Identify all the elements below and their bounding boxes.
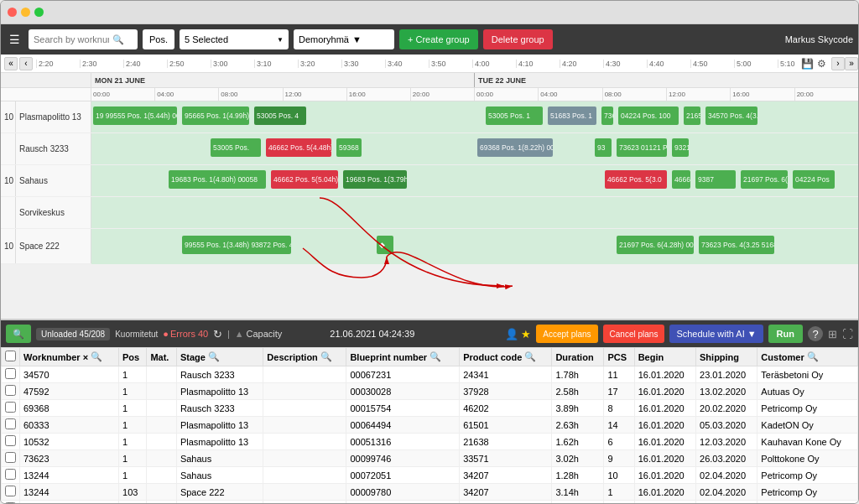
grid-icon[interactable]: ⊞ [828, 328, 837, 340]
cell-duration: 3.02h [552, 450, 604, 467]
refresh-icon[interactable]: ↻ [213, 328, 222, 340]
task-bar[interactable]: 73623 01121 Pos. 1(4.44h) 000 [617, 138, 667, 157]
schedule-ai-button[interactable]: Schedule with AI ▼ [669, 325, 763, 343]
cell-mat [147, 434, 176, 450]
cell-stage: Sahaus [176, 450, 263, 467]
th-stage: Stage🔍 [176, 348, 263, 366]
task-bar[interactable]: 46662 Pos. 5(5.04h) 000111 [271, 170, 338, 189]
bottom-toolbar: 🔍 Unloaded 45/208 Kuormitetut ● Errors 4… [1, 320, 858, 347]
task-bar[interactable]: 93211 [672, 138, 689, 157]
task-bar[interactable]: 93 [595, 138, 612, 157]
settings-icon[interactable]: ⚙ [817, 58, 826, 70]
th-blueprint: Blueprint number🔍 [346, 348, 460, 366]
row-checkbox[interactable] [2, 366, 20, 383]
th-product: Product code🔍 [460, 348, 552, 366]
cell-worknumber: 47592 [20, 383, 119, 400]
task-bar[interactable]: 99555 Pos. 1(3.48h) 93872 Pos. 4(4.66h) … [182, 236, 291, 254]
nav-left-icon[interactable]: ‹ [19, 57, 33, 70]
hamburger-menu-icon[interactable]: ☰ [6, 29, 23, 49]
cancel-plans-button[interactable]: Cancel plans [603, 325, 665, 343]
task-bar[interactable]: 95665 Pos. 1(4.99h) 000587 [182, 107, 249, 125]
delete-group-button[interactable]: Delete group [483, 29, 553, 49]
cell-blueprint: 00030028 [346, 383, 460, 400]
search-input[interactable] [34, 34, 109, 44]
cell-pcs: 17 [604, 383, 634, 400]
task-bar[interactable]: 736 [601, 107, 613, 125]
task-bar[interactable]: 51683 Pos. 1 [548, 107, 596, 125]
row-checkbox[interactable] [2, 484, 20, 501]
th-begin: Begin [634, 348, 695, 366]
accept-plans-button[interactable]: Accept plans [536, 325, 597, 343]
cell-stage: Rausch 3233 [176, 400, 263, 417]
task-bar[interactable]: 59368 [336, 138, 362, 157]
nav-right-double-icon[interactable]: » [845, 57, 858, 70]
nav-right-icon[interactable]: › [831, 57, 845, 70]
demogroup-dropdown[interactable]: Demoryhmä ▼ [294, 29, 394, 49]
search-icon[interactable]: 🔍 [208, 351, 220, 362]
cell-stage: Plasmapolitto 13 [176, 417, 263, 434]
close-button[interactable] [8, 8, 17, 17]
task-bar[interactable]: 46662 Pos. 5(3.0 [605, 170, 667, 189]
gantt-row-space222: 10 Space 222 99555 Pos. 1(3.48h) 93872 P… [1, 229, 858, 264]
timeline-header: « ‹ 2:20 2:30 2:40 2:50 3:00 3:10 3:20 3… [1, 55, 858, 73]
minimize-button[interactable] [21, 8, 30, 17]
cell-description [263, 366, 346, 383]
cell-customer: Petricomp Oy [757, 484, 858, 501]
cell-shipping: 26.03.2020 [696, 450, 757, 467]
task-bar[interactable]: 04224 Pos [793, 170, 835, 189]
task-bar[interactable]: 46662 Pos. 5(4.48h) 000 [266, 138, 331, 157]
run-button[interactable]: Run [768, 325, 803, 343]
task-bar[interactable]: 04224 Pos. 100 [618, 107, 679, 125]
task-bar[interactable]: 53005 Pos. [211, 138, 261, 157]
dropdown-arrow-icon: ▼ [277, 36, 284, 44]
maximize-button[interactable] [34, 8, 44, 17]
task-bar[interactable]: 69368 Pos. 1(8.22h) 00015754 [477, 138, 553, 157]
search-icon[interactable]: 🔍 [430, 351, 441, 362]
task-bar[interactable]: 53005 Pos. 4 [254, 107, 306, 125]
task-bar[interactable]: 53005 Pos. 1 [486, 107, 543, 125]
cell-description [263, 400, 346, 417]
task-bar[interactable]: 21697 Pos. 6(3.24 [741, 170, 788, 189]
task-bar[interactable]: 21697 Pos. 6(4.28h) 00X [617, 236, 694, 254]
time-label: 5:00 [734, 60, 778, 68]
search-icon[interactable]: 🔍 [524, 351, 536, 362]
task-bar[interactable]: 4666 [672, 170, 690, 189]
cell-begin: 16.01.2020 [634, 484, 695, 501]
row-checkbox[interactable] [2, 450, 20, 467]
select-all-checkbox[interactable] [5, 351, 16, 361]
cell-customer: Kauhavan Kone Oy [757, 434, 858, 450]
search-toggle-button[interactable]: 🔍 [6, 325, 31, 343]
row-checkbox[interactable] [2, 417, 20, 434]
time-label: 2:50 [167, 60, 211, 68]
task-bar[interactable]: 19683 Pos. 1(4.80h) 00058 [169, 170, 266, 189]
create-group-button[interactable]: + Create group [399, 29, 478, 49]
cell-description [263, 501, 346, 504]
cell-product: 24341 [460, 366, 552, 383]
search-icon[interactable]: 🔍 [320, 351, 332, 362]
task-bar[interactable]: ◆ [377, 236, 393, 254]
search-icon[interactable]: 🔍 [807, 351, 819, 362]
task-bar[interactable]: 19683 Pos. 1(3.79h) I [343, 170, 407, 189]
fullscreen-icon[interactable]: ⛶ [842, 328, 853, 340]
th-worknumber: Worknumber × 🔍 [20, 348, 119, 366]
task-bar[interactable]: 73623 Pos. 4(3.25 51683 Pos. 1(5.65h) 00… [699, 236, 774, 254]
row-checkbox[interactable] [2, 467, 20, 484]
task-bar[interactable]: 2165 [684, 107, 700, 125]
task-bar[interactable]: 34570 Pos. 4(3.20 [705, 107, 757, 125]
task-bar[interactable]: 19 99555 Pos. 1(5.44h) 00045082 [93, 107, 177, 125]
row-checkbox[interactable] [2, 501, 20, 504]
save-icon[interactable]: 💾 [801, 58, 814, 70]
row-checkbox[interactable] [2, 434, 20, 450]
help-icon[interactable]: ? [808, 326, 823, 341]
row-checkbox[interactable] [2, 383, 20, 400]
close-icon[interactable]: × [83, 352, 88, 362]
search-icon[interactable]: 🔍 [91, 351, 102, 362]
task-bar[interactable]: 9387 [695, 170, 736, 189]
cell-worknumber: 69368 [20, 400, 119, 417]
row-checkbox[interactable] [2, 400, 20, 417]
selected-dropdown[interactable]: 5 Selected ▼ [180, 29, 289, 49]
nav-left-double-icon[interactable]: « [4, 57, 18, 70]
cell-product: 46202 [460, 400, 552, 417]
cell-description [263, 467, 346, 484]
cell-customer: KadetON Oy [757, 417, 858, 434]
